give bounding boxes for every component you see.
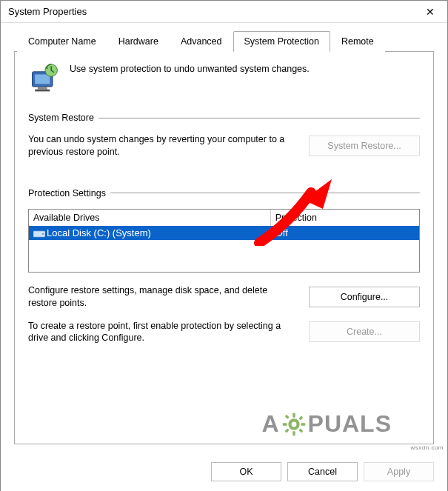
- configure-button[interactable]: Configure...: [309, 287, 420, 307]
- configure-row: Configure restore settings, manage disk …: [28, 284, 420, 310]
- tab-remote[interactable]: Remote: [330, 31, 385, 52]
- svg-point-7: [42, 233, 44, 235]
- tabstrip: Computer Name Hardware Advanced System P…: [14, 30, 434, 52]
- create-row: To create a restore point, first enable …: [28, 320, 420, 345]
- protection-settings-label: Protection Settings: [28, 188, 110, 198]
- close-button[interactable]: ✕: [413, 1, 447, 23]
- content: Computer Name Hardware Advanced System P…: [1, 23, 447, 455]
- system-restore-button[interactable]: System Restore...: [309, 136, 420, 156]
- apply-button[interactable]: Apply: [364, 462, 434, 481]
- intro-text: Use system protection to undo unwanted s…: [70, 62, 310, 74]
- divider: [110, 193, 420, 193]
- svg-rect-1: [35, 75, 50, 84]
- tab-advanced[interactable]: Advanced: [170, 31, 233, 52]
- tab-system-protection[interactable]: System Protection: [233, 31, 330, 52]
- table-body: Local Disk (C:) (System) Off: [29, 226, 419, 272]
- divider: [98, 118, 420, 118]
- system-restore-row: You can undo system changes by reverting…: [28, 133, 420, 158]
- watermark-text: wsxdn.com: [410, 444, 444, 451]
- cancel-button[interactable]: Cancel: [287, 462, 358, 481]
- tab-hardware[interactable]: Hardware: [107, 31, 170, 52]
- create-button[interactable]: Create...: [309, 321, 420, 342]
- tab-computer-name[interactable]: Computer Name: [17, 31, 107, 52]
- table-header: Available Drives Protection: [29, 210, 419, 226]
- drive-icon: [33, 228, 45, 238]
- system-restore-label: System Restore: [28, 113, 98, 123]
- col-protection[interactable]: Protection: [271, 210, 419, 226]
- table-row[interactable]: Local Disk (C:) (System) Off: [29, 226, 419, 240]
- tab-panel: Use system protection to undo unwanted s…: [14, 52, 434, 444]
- system-restore-icon: [28, 62, 61, 95]
- drives-table: Available Drives Protection Local Disk (…: [28, 209, 420, 273]
- svg-rect-2: [38, 87, 47, 90]
- titlebar: System Properties ✕: [1, 1, 447, 23]
- window: System Properties ✕ Computer Name Hardwa…: [0, 0, 448, 491]
- create-text: To create a restore point, first enable …: [28, 320, 298, 345]
- drive-protection: Off: [271, 226, 419, 240]
- system-restore-text: You can undo system changes by reverting…: [28, 133, 298, 158]
- svg-rect-3: [35, 90, 50, 92]
- drive-name: Local Disk (C:) (System): [47, 227, 151, 238]
- dialog-footer: OK Cancel Apply: [1, 455, 447, 491]
- ok-button[interactable]: OK: [211, 462, 281, 481]
- col-drives[interactable]: Available Drives: [29, 210, 271, 226]
- configure-text: Configure restore settings, manage disk …: [28, 284, 298, 310]
- protection-settings-group-header: Protection Settings: [28, 188, 420, 198]
- system-restore-group-header: System Restore: [28, 113, 420, 123]
- intro-row: Use system protection to undo unwanted s…: [28, 62, 420, 95]
- close-icon: ✕: [426, 6, 435, 18]
- window-title: System Properties: [8, 6, 87, 17]
